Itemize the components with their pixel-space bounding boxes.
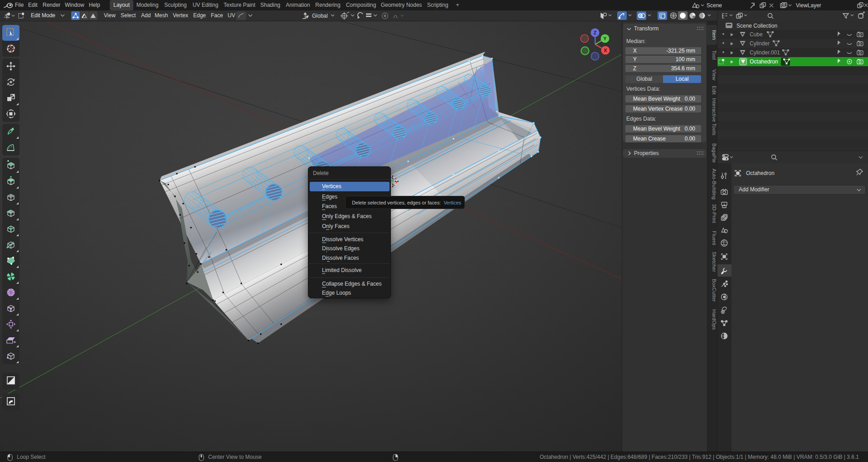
svg-text:Scene Collection: Scene Collection [736,23,777,29]
svg-text:X: X [604,48,607,53]
svg-text:ViewLayer: ViewLayer [796,2,821,9]
svg-text:Z: Z [594,30,597,35]
svg-text:Y: Y [603,36,607,41]
svg-text:Octahedron: Octahedron [746,170,775,176]
svg-text:Scene: Scene [707,2,722,9]
svg-text:Global: Global [312,13,328,19]
